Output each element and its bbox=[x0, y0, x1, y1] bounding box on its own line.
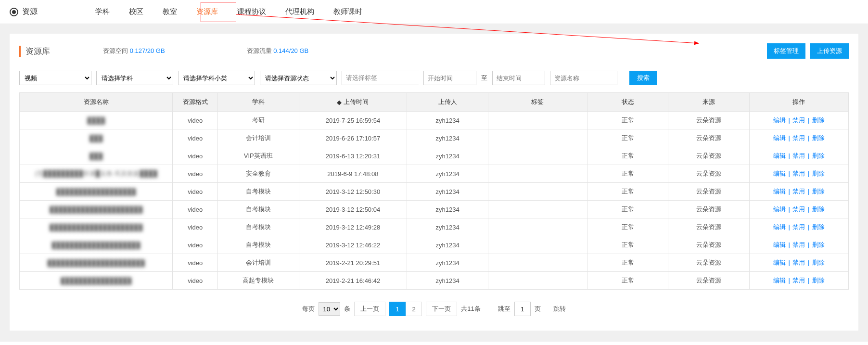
page-number-button[interactable]: 2 bbox=[406, 302, 422, 316]
next-page-button[interactable]: 下一页 bbox=[426, 302, 457, 316]
jump-button[interactable]: 跳转 bbox=[553, 305, 566, 313]
delete-link[interactable]: 删除 bbox=[812, 116, 825, 124]
disable-link[interactable]: 禁用 bbox=[792, 152, 805, 159]
delete-link[interactable]: 删除 bbox=[812, 134, 825, 141]
table-row: ██████████████████████video会计培训2019-2-21… bbox=[20, 254, 849, 272]
filter-end-time-input[interactable] bbox=[492, 71, 545, 85]
cell: zyh1234 bbox=[407, 236, 488, 254]
cell: VIP英语班 bbox=[218, 147, 299, 165]
disable-link[interactable]: 禁用 bbox=[792, 241, 805, 248]
edit-link[interactable]: 编辑 bbox=[773, 134, 786, 141]
cell: 2019-6-9 17:48:08 bbox=[299, 165, 407, 183]
cell: video bbox=[173, 147, 218, 165]
disable-link[interactable]: 禁用 bbox=[792, 134, 805, 141]
cell: 考研 bbox=[218, 112, 299, 129]
topbar-title: 资源 bbox=[10, 7, 38, 17]
cell: 正常 bbox=[587, 254, 668, 272]
edit-link[interactable]: 编辑 bbox=[773, 116, 786, 124]
delete-link[interactable]: 删除 bbox=[812, 223, 825, 230]
col-header[interactable]: ◆上传时间 bbox=[299, 93, 407, 112]
disable-link[interactable]: 禁用 bbox=[792, 170, 805, 177]
disable-link[interactable]: 禁用 bbox=[792, 205, 805, 213]
cell: video bbox=[173, 272, 218, 290]
tab-学科[interactable]: 学科 bbox=[95, 0, 110, 23]
disable-link[interactable]: 禁用 bbox=[792, 277, 805, 284]
tab-校区[interactable]: 校区 bbox=[129, 0, 143, 23]
cell: ████ bbox=[20, 112, 173, 129]
tab-资源库[interactable]: 资源库 bbox=[196, 0, 218, 23]
sort-icon: ◆ bbox=[337, 99, 342, 106]
delete-link[interactable]: 删除 bbox=[812, 277, 825, 284]
edit-link[interactable]: 编辑 bbox=[773, 241, 786, 248]
col-header-label: 状态 bbox=[622, 98, 634, 105]
cell: ███ bbox=[20, 129, 173, 147]
edit-link[interactable]: 编辑 bbox=[773, 170, 786, 177]
delete-link[interactable]: 删除 bbox=[812, 188, 825, 195]
resource-table: 资源名称资源格式学科◆上传时间上传人标签状态来源操作 ████video考研20… bbox=[19, 92, 849, 290]
disable-link[interactable]: 禁用 bbox=[792, 188, 805, 195]
cell: zyh1234 bbox=[407, 201, 488, 218]
cell: 2019-3-12 12:46:22 bbox=[299, 236, 407, 254]
filter-name-input[interactable] bbox=[550, 71, 617, 85]
tab-代理机构[interactable]: 代理机构 bbox=[285, 0, 314, 23]
tag-manage-button[interactable]: 标签管理 bbox=[767, 43, 805, 59]
delete-link[interactable]: 删除 bbox=[812, 241, 825, 248]
cell: 2019-6-26 17:10:57 bbox=[299, 129, 407, 147]
col-header-label: 操作 bbox=[792, 98, 805, 105]
filters-row: 视频 请选择学科 请选择学科小类 请选择资源状态 ▼ 至 搜索 bbox=[19, 71, 849, 85]
edit-link[interactable]: 编辑 bbox=[773, 205, 786, 213]
edit-link[interactable]: 编辑 bbox=[773, 259, 786, 266]
cell bbox=[488, 165, 587, 183]
filter-type-select[interactable]: 视频 bbox=[19, 71, 91, 85]
filter-tag-select[interactable]: ▼ bbox=[342, 71, 419, 85]
tab-教师课时[interactable]: 教师课时 bbox=[333, 0, 362, 23]
delete-link[interactable]: 删除 bbox=[812, 152, 825, 159]
edit-link[interactable]: 编辑 bbox=[773, 152, 786, 159]
cell: 正常 bbox=[587, 183, 668, 201]
filter-tag-input[interactable] bbox=[342, 71, 431, 85]
cell: zyh1234 bbox=[407, 254, 488, 272]
cell: 会计培训 bbox=[218, 129, 299, 147]
disable-link[interactable]: 禁用 bbox=[792, 259, 805, 266]
delete-link[interactable]: 删除 bbox=[812, 259, 825, 266]
disable-link[interactable]: 禁用 bbox=[792, 223, 805, 230]
cell bbox=[488, 147, 587, 165]
cell: 云朵资源 bbox=[668, 129, 750, 147]
tab-教室[interactable]: 教室 bbox=[163, 0, 177, 23]
cell: ██████████████████ bbox=[20, 183, 173, 201]
col-header: 资源格式 bbox=[173, 93, 218, 112]
jump-prefix: 跳至 bbox=[498, 305, 511, 313]
tab-课程协议[interactable]: 课程协议 bbox=[237, 0, 266, 23]
cell: 2019-2-21 16:46:42 bbox=[299, 272, 407, 290]
search-button[interactable]: 搜索 bbox=[629, 71, 657, 85]
cell: ██████████████████████ bbox=[20, 254, 173, 272]
edit-link[interactable]: 编辑 bbox=[773, 223, 786, 230]
action-cell: 编辑 | 禁用 | 删除 bbox=[749, 183, 848, 201]
jump-page-input[interactable] bbox=[514, 302, 531, 316]
action-cell: 编辑 | 禁用 | 删除 bbox=[749, 112, 848, 129]
cell: 自考模块 bbox=[218, 236, 299, 254]
table-row: ██████████████████video自考模块2019-3-12 12:… bbox=[20, 183, 849, 201]
resource-icon bbox=[10, 8, 18, 16]
cell: 云朵资源 bbox=[668, 272, 750, 290]
cell: 会计培训 bbox=[218, 254, 299, 272]
page-number-button[interactable]: 1 bbox=[389, 302, 406, 316]
disable-link[interactable]: 禁用 bbox=[792, 116, 805, 124]
edit-link[interactable]: 编辑 bbox=[773, 188, 786, 195]
filter-subject-select[interactable]: 请选择学科 bbox=[96, 71, 173, 85]
cell: ███ bbox=[20, 147, 173, 165]
filter-start-time-input[interactable] bbox=[423, 71, 476, 85]
edit-link[interactable]: 编辑 bbox=[773, 277, 786, 284]
col-header-label: 学科 bbox=[252, 98, 265, 105]
upload-resource-button[interactable]: 上传资源 bbox=[810, 43, 849, 59]
delete-link[interactable]: 删除 bbox=[812, 170, 825, 177]
prev-page-button[interactable]: 上一页 bbox=[354, 302, 385, 316]
cell: 2019-2-21 20:29:51 bbox=[299, 254, 407, 272]
delete-link[interactable]: 删除 bbox=[812, 205, 825, 213]
per-page-select[interactable]: 10 bbox=[319, 302, 340, 316]
cell: 正常 bbox=[587, 112, 668, 129]
filter-status-select[interactable]: 请选择资源状态 bbox=[260, 71, 337, 85]
cell: 云朵资源 bbox=[668, 165, 750, 183]
filter-subcategory-select[interactable]: 请选择学科小类 bbox=[178, 71, 255, 85]
panel-title: 资源库 bbox=[19, 46, 50, 57]
